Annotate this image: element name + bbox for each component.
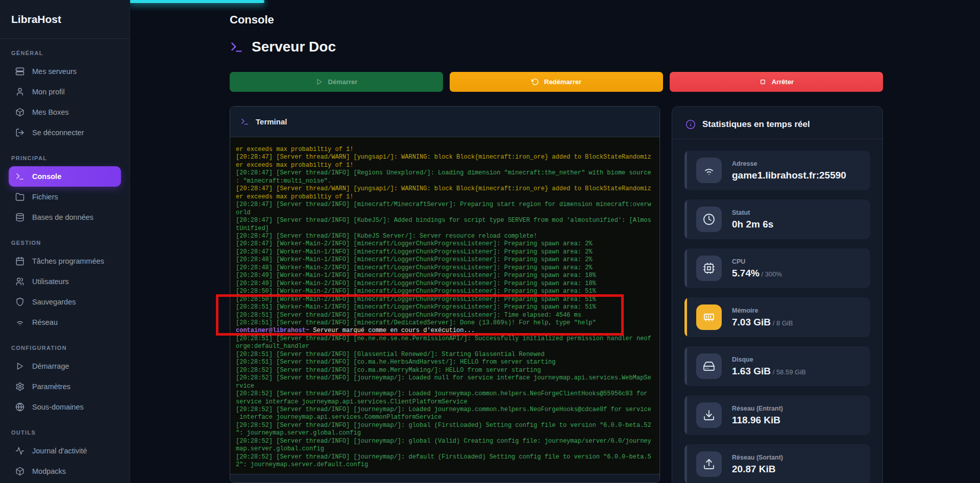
terminal-line: er exceeds max probabiltiy of 1! (236, 193, 654, 201)
sidebar-item-sauvegardes[interactable]: Sauvegardes (9, 292, 121, 312)
sidebar-item-label: Mes Boxes (32, 108, 69, 116)
terminal-line: [20:28:50] [Worker-Main-2/INFO] [minecra… (236, 296, 654, 303)
terminal-line: service interface journeymap.api.service… (236, 398, 654, 406)
stats-title: Statistiques en temps réel (702, 119, 810, 130)
stat-value: 20.87 KiB (732, 464, 783, 475)
stat-label: Réseau (Entrant) (732, 405, 783, 412)
terminal-line: [20:28:47] [Worker-Main-2/INFO] [minecra… (236, 240, 654, 248)
start-button[interactable]: Démarrer (230, 72, 443, 92)
sidebar-item-label: Réseau (32, 318, 58, 326)
terminal-output[interactable]: er exceeds max probabiltiy of 1![20:28:4… (230, 137, 659, 474)
stat-card-cpu: CPU5.74% / 300% (684, 248, 870, 288)
terminal-line: [20:28:49] [Worker-Main-1/INFO] [minecra… (236, 272, 654, 279)
sidebar-item-se-d-connecter[interactable]: Se déconnecter (9, 122, 121, 143)
logout-icon (15, 128, 24, 137)
wifi-icon (15, 318, 24, 327)
sidebar-item-fichiers[interactable]: Fichiers (9, 187, 121, 207)
user-icon (15, 87, 24, 96)
sidebar-item-mon-profil[interactable]: Mon profil (9, 82, 121, 102)
sidebar-item-utilisateurs[interactable]: Utilisateurs (9, 271, 121, 292)
stat-card-disque: Disque1.63 GiB / 58.59 GiB (684, 346, 870, 386)
stat-label: CPU (732, 258, 782, 265)
sidebar-item-journal-d-activit-[interactable]: Journal d'activité (9, 441, 121, 461)
activity-icon (15, 446, 24, 455)
sidebar-item-mes-serveurs[interactable]: Mes serveurs (9, 61, 121, 82)
terminal-line: [20:28:47] [Server thread/WARN] [yungsap… (236, 185, 654, 193)
stat-value: 0h 2m 6s (732, 219, 773, 230)
sidebar-section-label: GESTION (11, 240, 118, 246)
stat-label: Adresse (732, 160, 846, 167)
sidebar-item-label: Modpacks (32, 467, 66, 475)
terminal-line: [20:28:52] [Server thread/INFO] [journey… (236, 453, 654, 461)
sidebar-item-label: Utilisateurs (32, 277, 69, 286)
terminal-line: [20:28:48] [Worker-Main-1/INFO] [minecra… (236, 256, 654, 264)
terminal-line: [20:28:51] [Server thread/INFO] [Glassen… (236, 351, 654, 359)
terminal-line: rvice (236, 383, 654, 390)
sidebar-item-r-seau[interactable]: Réseau (9, 312, 121, 333)
stat-label: Disque (732, 356, 806, 363)
stat-value: 5.74% / 300% (732, 268, 782, 279)
terminal-line: [20:28:49] [Worker-Main-2/INFO] [minecra… (236, 280, 654, 288)
stats-cards: Adressegame1.librahost.fr:25590Statut0h … (672, 139, 883, 483)
sidebar-item-sous-domaines[interactable]: Sous-domaines (9, 397, 121, 417)
sidebar-item-modpacks[interactable]: Modpacks (9, 461, 121, 481)
sidebar-item-param-tres[interactable]: Paramètres (9, 376, 121, 397)
terminal-icon (240, 117, 249, 126)
sidebar-section-label: CONFIGURATION (11, 345, 118, 351)
sidebar-item-label: Mes serveurs (32, 67, 77, 75)
upload-icon (696, 451, 722, 477)
globe-icon (15, 402, 24, 412)
sidebar: LibraHost GÉNÉRALMes serveursMon profilM… (0, 0, 130, 483)
terminal-line: [20:28:51] [Server thread/INFO] [minecra… (236, 319, 654, 327)
folder-icon (15, 192, 24, 201)
stats-panel: Statistiques en temps réel Adressegame1.… (672, 106, 883, 483)
terminal-line: [20:28:47] [Server thread/INFO] [Regions… (236, 169, 654, 177)
stat-limit: / 8 GiB (771, 319, 793, 327)
sidebar-item-label: Journal d'activité (32, 447, 87, 455)
stat-value: 118.96 KiB (732, 415, 783, 426)
terminal-line: [20:28:51] [Worker-Main-1/INFO] [minecra… (236, 303, 654, 311)
stat-label: Mémoire (732, 307, 793, 314)
info-icon (685, 119, 696, 130)
stat-limit: / 300% (760, 270, 782, 278)
terminal-line: tUnified] (236, 225, 654, 233)
stop-button[interactable]: Arrêter (670, 72, 883, 92)
power-actions: Démarrer Redémarrer Arrêter (230, 72, 883, 92)
terminal-line: [20:28:51] [Server thread/INFO] [minecra… (236, 312, 654, 319)
terminal-line: [20:28:52] [Server thread/INFO] [journey… (236, 374, 654, 382)
terminal-line: [20:28:52] [Server thread/INFO] [journey… (236, 422, 654, 429)
sidebar-item-d-marrage[interactable]: Démarrage (9, 356, 121, 376)
stat-card-r-seau-entrant-: Réseau (Entrant)118.96 KiB (684, 395, 870, 435)
terminal-title: Terminal (256, 117, 287, 126)
sidebar-item-label: Sauvegardes (32, 298, 76, 306)
stat-card-adresse: Adressegame1.librahost.fr:25590 (684, 150, 870, 190)
sidebar-item-label: Se déconnecter (32, 129, 84, 137)
page-title: Console (230, 13, 274, 27)
sidebar-item-console[interactable]: Console (9, 166, 121, 187)
restart-button[interactable]: Redémarrer (450, 72, 663, 92)
sidebar-item-label: Mon profil (32, 88, 65, 96)
terminal-line: [20:28:51] [Server thread/INFO] [co.ma.h… (236, 359, 654, 366)
terminal-line: [20:28:51] [Server thread/INFO] [ne.ne.n… (236, 335, 654, 343)
sidebar-item-label: Démarrage (32, 362, 69, 370)
sidebar-item-t-ches-programm-es[interactable]: Tâches programmées (9, 251, 121, 271)
terminal-line: er exceeds max probabiltiy of 1! (236, 146, 654, 154)
cpu-icon (696, 256, 722, 281)
wifi-icon (696, 158, 722, 183)
terminal-line: [20:28:52] [Server thread/INFO] [journey… (236, 406, 654, 414)
stop-button-label: Arrêter (772, 78, 794, 86)
terminal-prompt-label: container@librahost~ (236, 327, 309, 334)
terminal-command-input-bar[interactable] (230, 474, 659, 482)
gear-icon (15, 382, 24, 391)
box-icon (15, 108, 24, 117)
terminal-line: 2": journeymap.server.default.config (236, 461, 654, 469)
sidebar-section-label: OUTILS (11, 429, 118, 436)
stat-label: Réseau (Sortant) (732, 454, 783, 461)
app-root: LibraHost GÉNÉRALMes serveursMon profilM… (0, 0, 980, 483)
terminal-line: [20:28:48] [Worker-Main-2/INFO] [minecra… (236, 264, 654, 272)
play-icon (315, 78, 323, 86)
sidebar-item-bases-de-donn-es[interactable]: Bases de données (9, 207, 121, 227)
restart-icon (531, 78, 539, 86)
sidebar-item-mes-boxes[interactable]: Mes Boxes (9, 102, 121, 122)
stat-label: Statut (732, 209, 773, 216)
